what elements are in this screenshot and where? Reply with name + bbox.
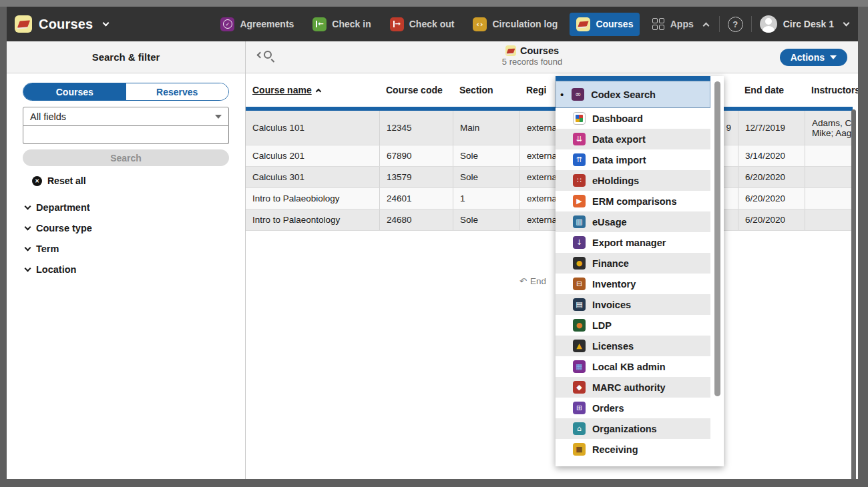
column-header-instructors[interactable]: Instructors bbox=[805, 85, 853, 96]
apps-menu-list: •∞Codex SearchDashboard⇊Data export⇈Data… bbox=[556, 76, 710, 460]
actions-label: Actions bbox=[791, 52, 825, 63]
courses-app-icon bbox=[505, 45, 516, 56]
column-header-course_code[interactable]: Course code bbox=[379, 85, 453, 96]
table-row[interactable]: Calculus 10112345Mainexternal912/7/2019A… bbox=[246, 111, 853, 145]
apps-menu-scrollbar-track[interactable] bbox=[710, 76, 724, 466]
apps-menu-item-label: ERM comparisons bbox=[592, 196, 677, 207]
cell-section: Sole bbox=[453, 167, 519, 187]
apps-menu-scrollbar-thumb[interactable] bbox=[714, 81, 720, 396]
nav-item-circulation-log[interactable]: ‹›Circulation log bbox=[466, 13, 564, 36]
apps-menu-item-label: eHoldings bbox=[592, 175, 639, 186]
column-header-section[interactable]: Section bbox=[453, 85, 519, 96]
user-menu-button[interactable]: Circ Desk 1 bbox=[760, 15, 849, 33]
apps-menu-item-data-export[interactable]: ⇊Data export bbox=[556, 129, 710, 149]
apps-menu-item-label: Data import bbox=[592, 155, 646, 165]
apps-menu-item-label: Dashboard bbox=[592, 113, 643, 124]
courses-table: Course nameCourse codeSectionRegiEnd dat… bbox=[246, 73, 853, 231]
cell-end_date: 6/20/2020 bbox=[738, 167, 805, 187]
table-row[interactable]: Calculus 20167890Soleexternal3/14/2020 bbox=[246, 145, 853, 167]
divider bbox=[719, 16, 720, 32]
apps-menu-item-receiving[interactable]: ■Receiving bbox=[556, 439, 710, 460]
nav-item-label: Courses bbox=[596, 19, 633, 29]
current-app-menu[interactable]: Courses bbox=[15, 15, 108, 33]
filter-section-course-type[interactable]: Course type bbox=[23, 221, 229, 235]
dashboard-grid-glyph bbox=[576, 115, 583, 122]
actions-button[interactable]: Actions bbox=[780, 49, 847, 66]
nav-item-courses[interactable]: Courses bbox=[570, 13, 640, 36]
cell-course_code: 24680 bbox=[379, 209, 453, 230]
table-row[interactable]: Intro to Palaeontology24680Soleexternal6… bbox=[246, 209, 853, 231]
apps-menu-item-licenses[interactable]: ▲Licenses bbox=[556, 336, 710, 356]
apps-menu-item-marc-authority[interactable]: ◆MARC authority bbox=[556, 377, 710, 398]
chevron-down-icon bbox=[25, 203, 31, 209]
apps-menu-item-eusage[interactable]: ▥eUsage bbox=[556, 211, 710, 232]
apps-menu-item-orders[interactable]: ⊞Orders bbox=[556, 398, 710, 418]
search-button[interactable]: Search bbox=[23, 149, 229, 166]
apps-menu-item-inventory[interactable]: ⊟Inventory bbox=[556, 274, 710, 294]
data-export-icon: ⇊ bbox=[573, 133, 586, 145]
window-top-strip bbox=[0, 0, 868, 7]
apps-menu-item-eholdings[interactable]: ∷eHoldings bbox=[556, 170, 710, 191]
filter-section-location[interactable]: Location bbox=[23, 263, 229, 276]
help-button[interactable]: ? bbox=[728, 17, 743, 32]
search-input[interactable] bbox=[23, 126, 229, 144]
apps-menu-item-ldp[interactable]: ●LDP bbox=[556, 315, 710, 336]
nav-item-check-out[interactable]: →Check out bbox=[383, 13, 461, 36]
reset-all-button[interactable]: ✕ Reset all bbox=[23, 175, 229, 186]
apps-menu-item-finance[interactable]: ●Finance bbox=[556, 253, 710, 274]
nav-item-label: Circulation log bbox=[492, 19, 558, 29]
chevron-down-icon bbox=[25, 223, 31, 230]
orders-icon: ⊞ bbox=[573, 402, 586, 414]
cell-instructors bbox=[805, 145, 853, 166]
eusage-icon: ▥ bbox=[573, 215, 586, 228]
filter-section-department[interactable]: Department bbox=[23, 201, 229, 214]
divider bbox=[751, 16, 752, 32]
page-scrollbar-thumb[interactable] bbox=[851, 109, 856, 479]
apps-menu-item-codex-search[interactable]: •∞Codex Search bbox=[556, 81, 710, 108]
table-row[interactable]: Intro to Palaeobiology246011external6/20… bbox=[246, 188, 853, 209]
search-icon bbox=[264, 51, 272, 59]
receiving-icon: ■ bbox=[573, 443, 586, 456]
data-import-icon: ⇈ bbox=[573, 153, 586, 166]
column-header-label: Course name bbox=[252, 85, 312, 95]
apps-menu-item-label: eUsage bbox=[592, 217, 627, 227]
column-header-end_date[interactable]: End date bbox=[738, 85, 805, 96]
field-select[interactable]: All fields bbox=[23, 107, 229, 126]
apps-menu-item-label: Organizations bbox=[592, 424, 657, 434]
agreements-icon: ✓ bbox=[220, 17, 234, 31]
user-label: Circ Desk 1 bbox=[783, 19, 834, 29]
apps-menu-item-dashboard[interactable]: Dashboard bbox=[556, 108, 710, 129]
tab-courses[interactable]: Courses bbox=[23, 83, 126, 100]
search-filter-title: Search & filter bbox=[92, 51, 160, 63]
apps-menu-item-local-kb-admin[interactable]: ▦Local KB admin bbox=[556, 356, 710, 377]
apps-menu-item-label: Invoices bbox=[592, 300, 631, 310]
filter-section-term[interactable]: Term bbox=[23, 242, 229, 256]
licenses-icon: ▲ bbox=[573, 340, 586, 352]
results-pane: Courses 5 records found Actions Course n… bbox=[246, 41, 858, 479]
collapse-search-pane-button[interactable] bbox=[258, 51, 272, 59]
apps-menu-item-invoices[interactable]: ▤Invoices bbox=[556, 294, 710, 315]
cell-course_code: 13579 bbox=[379, 167, 453, 187]
apps-dropdown-button[interactable]: Apps bbox=[650, 14, 711, 34]
column-header-course_name[interactable]: Course name bbox=[246, 85, 379, 96]
apps-menu-item-label: Orders bbox=[592, 403, 624, 414]
tab-reserves[interactable]: Reserves bbox=[126, 83, 229, 100]
apps-label: Apps bbox=[670, 19, 694, 29]
search-filter-header: Search & filter bbox=[7, 41, 245, 73]
chevron-down-icon bbox=[843, 20, 850, 27]
local-kb-admin-icon: ▦ bbox=[573, 360, 586, 373]
finance-icon: ● bbox=[573, 257, 586, 270]
dashboard-icon bbox=[573, 112, 586, 125]
nav-item-check-in[interactable]: ←Check in bbox=[306, 13, 377, 36]
table-row[interactable]: Calculus 30113579Soleexternal6/20/2020 bbox=[246, 167, 853, 188]
apps-menu-item-data-import[interactable]: ⇈Data import bbox=[556, 149, 710, 170]
content-area: Search & filter CoursesReserves All fiel… bbox=[7, 41, 858, 479]
close-circle-icon: ✕ bbox=[32, 176, 42, 186]
apps-menu-item-organizations[interactable]: ⌂Organizations bbox=[556, 418, 710, 439]
apps-menu-item-erm-comparisons[interactable]: ▶ERM comparisons bbox=[556, 191, 710, 211]
avatar bbox=[760, 15, 777, 33]
end-of-list-marker: ↶ End bbox=[519, 276, 546, 286]
apps-menu-item-export-manager[interactable]: ↓Export manager bbox=[556, 232, 710, 253]
nav-item-agreements[interactable]: ✓Agreements bbox=[214, 13, 300, 36]
selected-bullet-icon: • bbox=[560, 89, 564, 100]
